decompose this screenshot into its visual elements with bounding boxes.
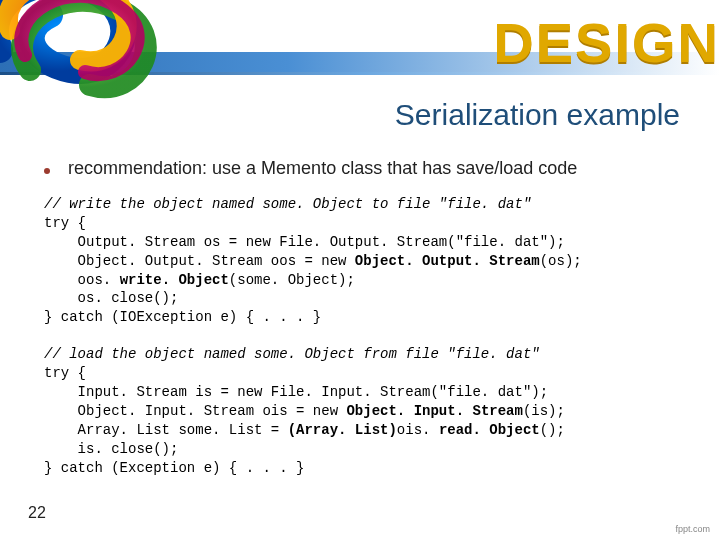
- code-line: } catch (IOException e) { . . . }: [44, 309, 321, 325]
- code-comment: // load the object named some. Object fr…: [44, 346, 540, 362]
- code-line: ();: [540, 422, 565, 438]
- code-line: try {: [44, 215, 86, 231]
- footer-brand: fppt.com: [675, 524, 710, 534]
- code-line: (os);: [540, 253, 582, 269]
- code-comment: // write the object named some. Object t…: [44, 196, 531, 212]
- code-line: (some. Object);: [229, 272, 355, 288]
- code-bold: (Array. List): [288, 422, 397, 438]
- code-block-write: // write the object named some. Object t…: [44, 195, 680, 327]
- header-brand-word: DESIGN: [493, 10, 720, 75]
- bullet-item: recommendation: use a Memento class that…: [44, 158, 680, 179]
- code-line: } catch (Exception e) { . . . }: [44, 460, 304, 476]
- code-bold: Object. Output. Stream: [355, 253, 540, 269]
- code-bold: Object. Input. Stream: [346, 403, 522, 419]
- code-line: oos.: [44, 272, 120, 288]
- code-line: (is);: [523, 403, 565, 419]
- bullet-marker: [44, 168, 50, 174]
- code-line: is. close();: [44, 441, 178, 457]
- code-line: try {: [44, 365, 86, 381]
- code-line: Output. Stream os = new File. Output. St…: [44, 234, 565, 250]
- code-line: Object. Input. Stream ois = new: [44, 403, 346, 419]
- slide-content: recommendation: use a Memento class that…: [44, 158, 680, 495]
- code-line: ois.: [397, 422, 439, 438]
- code-line: Input. Stream is = new File. Input. Stre…: [44, 384, 548, 400]
- code-line: Array. List some. List =: [44, 422, 288, 438]
- code-block-load: // load the object named some. Object fr…: [44, 345, 680, 477]
- decorative-swirl: [0, 0, 230, 140]
- code-line: os. close();: [44, 290, 178, 306]
- page-number: 22: [28, 504, 46, 522]
- code-bold: read. Object: [439, 422, 540, 438]
- code-bold: write. Object: [120, 272, 229, 288]
- code-line: Object. Output. Stream oos = new: [44, 253, 355, 269]
- bullet-text: recommendation: use a Memento class that…: [68, 158, 577, 179]
- slide-title: Serialization example: [395, 98, 680, 132]
